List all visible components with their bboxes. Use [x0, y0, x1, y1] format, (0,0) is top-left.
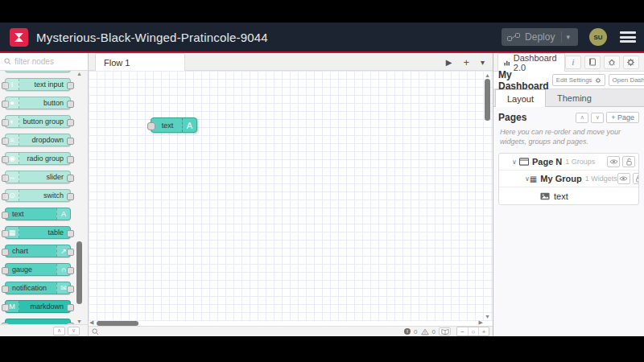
- palette-node-partial-bottom[interactable]: [5, 319, 71, 324]
- palette-collapse-all-button[interactable]: ∧: [53, 327, 65, 335]
- palette-scroll-down-icon[interactable]: ▼: [76, 319, 83, 324]
- palette-node-notification[interactable]: ✉ notification: [5, 282, 71, 294]
- open-dashboard-button[interactable]: Open Dashboard: [609, 74, 644, 86]
- palette-node-label: text input: [7, 79, 68, 90]
- add-page-button[interactable]: + Page: [606, 112, 639, 123]
- text-widget-icon: A: [182, 118, 196, 132]
- palette-node-label: table: [7, 227, 68, 238]
- deploy-caret-icon[interactable]: ▾: [564, 33, 572, 41]
- flow-canvas[interactable]: text A: [89, 71, 493, 321]
- palette-node-gauge[interactable]: ∩ gauge: [5, 263, 71, 276]
- zoom-in-button[interactable]: +: [478, 327, 489, 335]
- error-count-icon[interactable]: !: [404, 328, 411, 335]
- settings-gear-icon: [595, 77, 601, 84]
- group-visibility-button[interactable]: [617, 173, 630, 184]
- open-dashboard-label: Open Dashboard: [613, 76, 644, 84]
- palette-scrollbar[interactable]: ▲ ▼: [76, 71, 83, 324]
- group-lock-button[interactable]: [633, 173, 639, 184]
- move-page-down-button[interactable]: ∨: [591, 113, 604, 123]
- canvas-search-icon[interactable]: [92, 328, 99, 335]
- editor-window: Mysterious-Black-Winged-Pratincole-9044 …: [0, 23, 644, 336]
- palette-node-slider[interactable]: ↔ slider: [5, 171, 71, 183]
- palette-node-button[interactable]: ● button: [5, 97, 71, 109]
- tree-row-widget[interactable]: text: [499, 187, 638, 204]
- palette-node-chart[interactable]: ↗ chart: [5, 245, 71, 257]
- palette-expand-all-button[interactable]: ∨: [68, 327, 80, 335]
- chevron-down-icon[interactable]: ∨: [510, 158, 518, 166]
- palette-node-label: [7, 71, 68, 72]
- error-count: 0: [414, 328, 417, 335]
- info-tab-button[interactable]: i: [565, 56, 581, 69]
- palette-node-list: I text input ● button ◐ button group ≡ d…: [0, 71, 75, 324]
- canvas-node-text[interactable]: text A: [151, 117, 197, 133]
- config-tab-button[interactable]: [623, 56, 639, 69]
- main-menu-hamburger-icon[interactable]: [620, 31, 636, 43]
- zoom-reset-button[interactable]: ○: [468, 327, 478, 335]
- palette-node-table[interactable]: ▦ table: [5, 226, 71, 239]
- move-page-up-button[interactable]: ∧: [576, 113, 588, 123]
- help-tab-button[interactable]: [584, 56, 601, 69]
- deploy-nodes-icon: [507, 33, 520, 41]
- palette-node-radio-group[interactable]: ◉ radio group: [5, 152, 71, 165]
- page-lock-button[interactable]: [622, 156, 635, 167]
- palette-node-button-group[interactable]: ◐ button group: [5, 115, 71, 128]
- palette-node-label: button: [7, 97, 68, 109]
- canvas-vscroll-thumb[interactable]: [485, 79, 490, 121]
- user-avatar[interactable]: SU: [589, 28, 607, 46]
- page-meta: 1 Groups: [565, 158, 595, 166]
- canvas-scroll-down-icon[interactable]: ▼: [484, 314, 491, 319]
- image-icon: [539, 192, 550, 200]
- dashboard-subtabs: Layout Theming: [493, 89, 644, 107]
- unlock-icon: [635, 175, 639, 183]
- flow-list-caret-icon[interactable]: ▾: [481, 58, 485, 67]
- canvas-scroll-up-icon[interactable]: ▲: [484, 72, 491, 78]
- tab-scroll-right-icon[interactable]: ▶: [446, 58, 452, 67]
- add-flow-button[interactable]: +: [463, 56, 469, 68]
- pages-heading: Pages: [498, 112, 526, 123]
- page-visibility-button[interactable]: [607, 156, 620, 167]
- canvas-vertical-scrollbar[interactable]: ▲ ▼: [484, 71, 491, 321]
- warning-count-icon[interactable]: [421, 328, 429, 335]
- tab-flow-1[interactable]: Flow 1: [95, 53, 185, 71]
- tab-layout-label: Layout: [507, 94, 534, 104]
- palette-node-switch[interactable]: ⊙ switch: [5, 189, 71, 202]
- deploy-divider: [561, 31, 562, 43]
- canvas-scroll-right-icon[interactable]: ▶: [479, 319, 483, 326]
- unlock-icon: [625, 158, 633, 166]
- edit-settings-button[interactable]: Edit Settings: [552, 74, 605, 86]
- pages-buttons: ∧ ∨ + Page: [576, 112, 639, 123]
- tab-layout[interactable]: Layout: [495, 89, 546, 107]
- debug-tab-button[interactable]: [604, 56, 620, 69]
- palette-node-markdown[interactable]: M markdown: [5, 300, 71, 313]
- workspace: Flow 1 ▶ + ▾ text A ▲ ▼ ◀ ▶: [89, 53, 493, 336]
- warning-count: 0: [432, 328, 436, 335]
- node-palette: I text input ● button ◐ button group ≡ d…: [0, 53, 89, 336]
- pages-help-text: Here you can re-order and move your widg…: [500, 128, 638, 146]
- canvas-scroll-left-icon[interactable]: ◀: [89, 319, 93, 326]
- palette-node-dropdown[interactable]: ≡ dropdown: [5, 134, 71, 146]
- bug-icon: [608, 58, 616, 66]
- instance-title: Mysterious-Black-Winged-Pratincole-9044: [36, 31, 268, 44]
- deploy-label: Deploy: [525, 31, 555, 43]
- palette-node-label: switch: [7, 190, 68, 201]
- navigator-toggle-button[interactable]: [439, 327, 451, 335]
- palette-scroll-thumb[interactable]: [76, 241, 82, 304]
- palette-node-text-input[interactable]: I text input: [5, 78, 71, 91]
- group-grid-icon: ▦: [530, 175, 537, 183]
- palette-node-label: markdown: [7, 301, 68, 312]
- palette-node-label: dropdown: [7, 134, 68, 146]
- tree-row-page[interactable]: ∨ Page N 1 Groups: [499, 154, 638, 171]
- palette-node-text[interactable]: A text: [5, 208, 71, 220]
- palette-node-partial-top[interactable]: [5, 71, 71, 72]
- palette-node-label: text: [7, 208, 68, 220]
- filter-nodes-input[interactable]: [14, 57, 84, 66]
- palette-scroll-up-icon[interactable]: ▲: [76, 71, 83, 76]
- palette-node-label: chart: [7, 245, 68, 257]
- tree-row-group[interactable]: ∨ ▦ My Group 1 Widgets: [499, 171, 638, 187]
- zoom-out-button[interactable]: −: [457, 327, 468, 335]
- tab-theming[interactable]: Theming: [546, 89, 603, 107]
- pages-tree: ∨ Page N 1 Groups: [498, 153, 639, 205]
- palette-node-label: slider: [7, 171, 68, 183]
- deploy-button[interactable]: Deploy ▾: [502, 28, 578, 46]
- gear-icon: [626, 58, 635, 67]
